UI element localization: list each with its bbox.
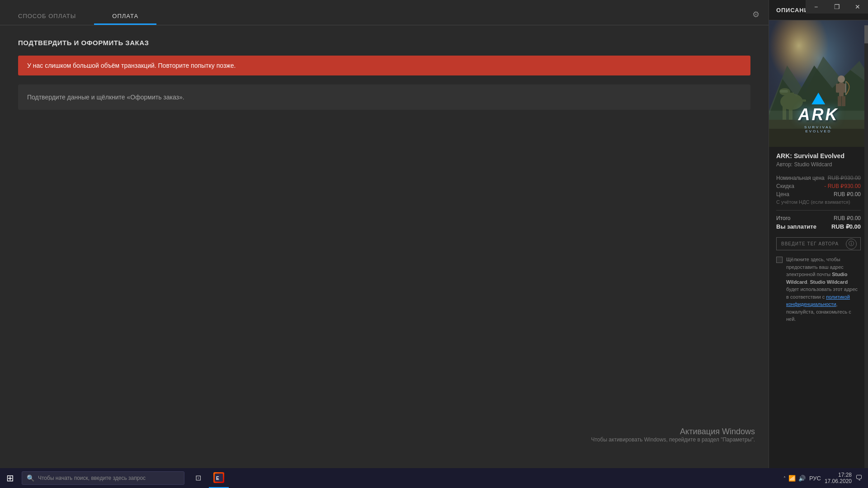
system-clock[interactable]: 17:28 17.06.2020: [825, 472, 852, 484]
svg-rect-7: [787, 93, 794, 106]
game-cover-image: ARK SURVIVAL EVOLVED: [769, 20, 868, 147]
ark-logo-text: ARK: [794, 105, 844, 124]
task-view-icon: ⊡: [195, 474, 201, 482]
task-view-button[interactable]: ⊡: [188, 468, 208, 488]
total-label: Итого: [776, 215, 790, 221]
clock-time: 17:28: [825, 472, 852, 478]
language-indicator[interactable]: РУС: [809, 475, 821, 482]
confirm-hint-box: Подтвердите данные и щёлкните «Оформить …: [18, 84, 750, 110]
pay-row: Вы заплатите RUB ₽0.00: [776, 223, 861, 230]
discount-label: Скидка: [776, 183, 794, 189]
taskbar-apps: ⊡ E: [188, 468, 229, 488]
taskbar-search-bar[interactable]: 🔍 Чтобы начать поиск, введите здесь запр…: [22, 471, 184, 485]
system-tray: ˄ 📶 🔊: [783, 475, 806, 482]
ark-subtitle-text: SURVIVAL EVOLVED: [794, 125, 844, 133]
svg-rect-9: [780, 90, 788, 93]
section-title: ПОДТВЕРДИТЬ И ОФОРМИТЬ ЗАКАЗ: [18, 39, 750, 47]
restore-button[interactable]: ❐: [826, 0, 847, 14]
error-banner: У нас слишком большой объём транзакций. …: [18, 56, 750, 75]
ark-logo: ARK SURVIVAL EVOLVED: [794, 93, 844, 133]
consent-checkbox[interactable]: [776, 257, 783, 263]
nominal-price-row: Номинальная цена RUB ₽930.00: [776, 175, 861, 181]
svg-text:E: E: [216, 476, 219, 481]
tab-payment-method[interactable]: СПОСОБ ОПЛАТЫ: [0, 13, 94, 25]
order-panel: ОПИСАНИЕ ЗАКАЗА ✕: [769, 0, 868, 488]
search-placeholder-text: Чтобы начать поиск, введите здесь запрос: [38, 475, 146, 481]
pay-label: Вы заплатите: [776, 223, 816, 230]
total-row: Итого RUB ₽0.00: [776, 215, 861, 221]
vat-note: С учётом НДС (если взимается): [776, 199, 861, 205]
tab-payment[interactable]: ОПЛАТА: [94, 13, 156, 25]
svg-rect-16: [842, 84, 846, 93]
minimize-button[interactable]: −: [806, 0, 826, 14]
scrollbar[interactable]: [864, 25, 868, 488]
price-value: RUB ₽0.00: [834, 191, 861, 197]
svg-rect-15: [836, 84, 840, 93]
discount-row: Скидка - RUB ₽930.00: [776, 183, 861, 189]
discount-value: - RUB ₽930.00: [824, 183, 861, 189]
gear-icon[interactable]: ⚙: [752, 9, 760, 19]
ark-triangle-icon: [812, 93, 826, 104]
author-tag-info-icon[interactable]: ⓘ: [846, 239, 857, 249]
consent-highlight-2: Studio Wildcard: [810, 279, 848, 285]
game-author: Автор: Studio Wildcard: [776, 161, 861, 168]
clock-date: 17.06.2020: [825, 478, 852, 484]
content-area: ПОДТВЕРДИТЬ И ОФОРМИТЬ ЗАКАЗ У нас слишк…: [0, 25, 769, 488]
tabs-bar: СПОСОБ ОПЛАТЫ ОПЛАТА ⚙: [0, 0, 769, 25]
svg-point-13: [838, 75, 845, 83]
author-tag-input[interactable]: [777, 238, 846, 250]
confirm-hint-text: Подтвердите данные и щёлкните «Оформить …: [27, 94, 184, 101]
taskbar-app-epic[interactable]: E: [209, 468, 229, 488]
left-panel: СПОСОБ ОПЛАТЫ ОПЛАТА ⚙ ПОДТВЕРДИТЬ И ОФО…: [0, 0, 769, 488]
search-icon: 🔍: [27, 474, 34, 482]
close-button[interactable]: ✕: [847, 0, 868, 14]
nominal-price-label: Номинальная цена: [776, 175, 825, 181]
order-details: ARK: Survival Evolved Автор: Studio Wild…: [769, 147, 868, 469]
main-container: СПОСОБ ОПЛАТЫ ОПЛАТА ⚙ ПОДТВЕРДИТЬ И ОФО…: [0, 0, 868, 488]
price-row: Цена RUB ₽0.00: [776, 191, 861, 197]
consent-text: Щёлкните здесь, чтобы предоставить ваш а…: [786, 256, 861, 323]
total-value: RUB ₽0.00: [834, 215, 861, 221]
author-tag-container: ⓘ: [776, 237, 861, 250]
price-label: Цена: [776, 191, 789, 197]
epic-icon-svg: E: [215, 474, 223, 482]
notification-icon[interactable]: 🗨: [855, 474, 863, 482]
taskbar: ⊞ 🔍 Чтобы начать поиск, введите здесь за…: [0, 468, 868, 488]
volume-icon[interactable]: 🔊: [798, 475, 806, 482]
epic-app-icon: E: [213, 472, 224, 483]
divider-1: [776, 210, 861, 211]
scroll-thumb[interactable]: [864, 25, 868, 43]
network-icon[interactable]: 📶: [788, 475, 796, 482]
start-button[interactable]: ⊞: [0, 468, 20, 488]
taskbar-right: ˄ 📶 🔊 РУС 17:28 17.06.2020 🗨: [783, 472, 868, 484]
window-chrome: − ❐ ✕: [806, 0, 868, 14]
tray-expand-icon[interactable]: ˄: [783, 476, 786, 481]
game-title: ARK: Survival Evolved: [776, 152, 861, 160]
nominal-price-value: RUB ₽930.00: [828, 175, 861, 181]
consent-area: Щёлкните здесь, чтобы предоставить ваш а…: [776, 256, 861, 323]
start-icon: ⊞: [6, 473, 14, 483]
pay-value: RUB ₽0.00: [831, 223, 861, 230]
